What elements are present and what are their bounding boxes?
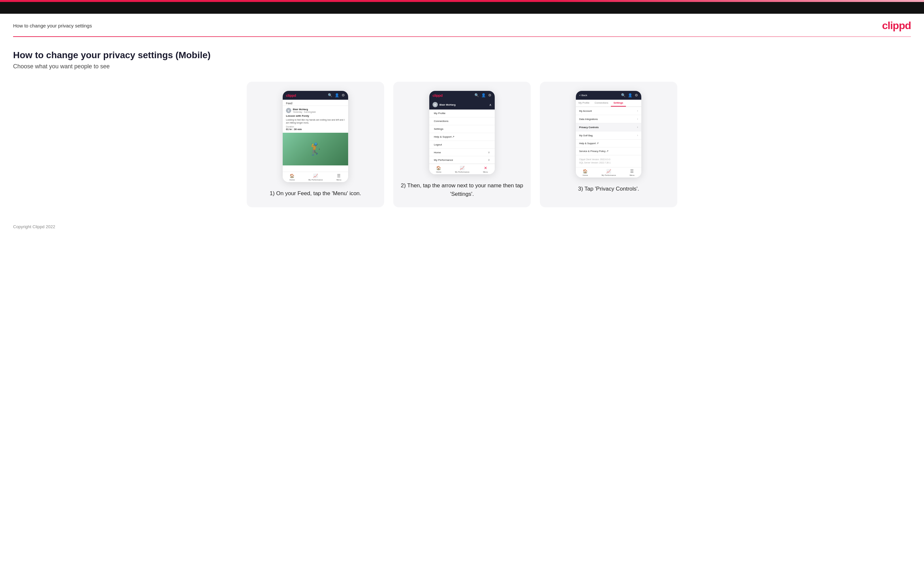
feed-post: B Blair McHarg Yesterday · Sunningdale L… [283, 106, 348, 133]
lesson-desc: Looking to feel like my hands are exitin… [286, 118, 345, 124]
user-icon-3: 👤 [628, 93, 632, 97]
feed-tab: Feed [283, 100, 348, 106]
my-account-chevron-icon: › [637, 109, 638, 113]
bottom-nav-3-home: 🏠 Home [583, 169, 588, 176]
logo: clippd [882, 19, 911, 32]
menu-user-name: Blair McHarg [439, 103, 456, 106]
menu-user-row: B Blair McHarg ∧ [429, 100, 495, 110]
main-content: How to change your privacy settings (Mob… [0, 37, 924, 217]
performance-label-3: My Performance [601, 174, 616, 176]
steps-container: clippd 🔍 👤 ⚙ Feed B Blair McHarg [13, 82, 911, 207]
menu-section-performance: My Performance ∨ [429, 156, 495, 164]
home-icon-2: 🏠 [436, 166, 441, 170]
post-user-sub: Yesterday · Sunningdale [293, 111, 316, 113]
phone-mockup-2: clippd 🔍 👤 ⚙ B Blair McHarg ∧ [429, 91, 495, 174]
performance-label: My Performance [308, 179, 323, 181]
close-icon: ✕ [484, 166, 487, 170]
home-chevron-icon: ∨ [488, 151, 490, 154]
menu-section-home: Home ∨ [429, 149, 495, 156]
performance-section-label: My Performance [434, 158, 453, 161]
phone-2-logo: clippd [433, 93, 443, 97]
my-golf-bag-chevron-icon: › [637, 134, 638, 137]
menu-icon: ☰ [337, 174, 341, 178]
avatar: B [286, 108, 291, 113]
header: How to change your privacy settings clip… [0, 14, 924, 36]
settings-item-privacy-controls: Privacy Controls › [576, 123, 641, 131]
page-heading: How to change your privacy settings (Mob… [13, 50, 911, 60]
menu-label-2: Menu [483, 171, 488, 173]
top-bar [0, 2, 924, 14]
home-icon-3: 🏠 [583, 169, 588, 174]
lesson-title: Lesson with Fordy [286, 114, 345, 118]
settings-tabs: My Profile Connections Settings [576, 100, 641, 107]
duration-value: 01 hr : 30 min [286, 128, 345, 131]
phone-2-navbar: clippd 🔍 👤 ⚙ [429, 91, 495, 100]
bottom-nav-2-home: 🏠 Home [436, 166, 441, 173]
settings-list: My Account › Data Integrations › Privacy… [576, 107, 641, 155]
step-1-card: clippd 🔍 👤 ⚙ Feed B Blair McHarg [247, 82, 384, 207]
version-line-2: GQL Server Version: 2022.7.30-1 [579, 161, 638, 164]
menu-item-settings: Settings [429, 125, 495, 133]
search-icon-3: 🔍 [621, 93, 625, 97]
settings-item-service-privacy: Service & Privacy Policy ↗ [576, 147, 641, 155]
footer: Copyright Clippd 2022 [0, 217, 924, 239]
settings-item-my-account: My Account › [576, 107, 641, 115]
menu-user-left: B Blair McHarg [433, 102, 456, 107]
menu-items-list: My Profile Connections Settings Help & S… [429, 110, 495, 164]
phone-1-nav-icons: 🔍 👤 ⚙ [328, 93, 345, 97]
duration-label: Duration [286, 126, 345, 128]
version-line-1: Clippd Client Version: 2022.8.3-3 [579, 158, 638, 161]
bottom-nav-menu: ☰ Menu [336, 174, 341, 181]
feed-user: B Blair McHarg Yesterday · Sunningdale [286, 108, 345, 113]
settings-version: Clippd Client Version: 2022.8.3-3 GQL Se… [576, 155, 641, 167]
bottom-nav-performance: 📈 My Performance [308, 174, 323, 181]
phone-2-menu-overlay: B Blair McHarg ∧ My Profile Connections … [429, 100, 495, 164]
bottom-nav-2-performance: 📈 My Performance [455, 166, 469, 173]
data-integrations-chevron-icon: › [637, 118, 638, 121]
step-3-card: < Back 🔍 👤 ⚙ My Profile Connections Sett… [540, 82, 677, 207]
menu-item-connections: Connections [429, 118, 495, 125]
user-icon-2: 👤 [481, 93, 486, 97]
phone-2-nav-icons: 🔍 👤 ⚙ [475, 93, 491, 97]
menu-item-my-profile: My Profile [429, 110, 495, 118]
phone-2-bottom-nav: 🏠 Home 📈 My Performance ✕ Menu [429, 164, 495, 174]
step-2-card: clippd 🔍 👤 ⚙ B Blair McHarg ∧ [393, 82, 531, 207]
menu-label: Menu [336, 179, 341, 181]
phone-mockup-3: < Back 🔍 👤 ⚙ My Profile Connections Sett… [576, 91, 641, 177]
menu-icon-3: ☰ [630, 169, 634, 174]
tab-my-profile: My Profile [576, 100, 592, 106]
privacy-controls-chevron-icon: › [637, 126, 638, 129]
menu-up-chevron-icon: ∧ [489, 103, 491, 106]
menu-item-help-support: Help & Support ↗ [429, 133, 495, 141]
home-label-3: Home [583, 174, 588, 176]
settings-icon: ⚙ [342, 93, 345, 97]
my-account-label: My Account [579, 110, 592, 113]
phone-mockup-1: clippd 🔍 👤 ⚙ Feed B Blair McHarg [283, 91, 348, 182]
phone-1-bottom-nav: 🏠 Home 📈 My Performance ☰ Menu [283, 172, 348, 182]
my-golf-bag-label: My Golf Bag [579, 134, 593, 137]
settings-back-row: < Back 🔍 👤 ⚙ [576, 91, 641, 100]
user-icon: 👤 [335, 93, 339, 97]
privacy-controls-label: Privacy Controls [579, 126, 599, 129]
performance-chevron-icon: ∨ [488, 158, 490, 161]
post-user-name: Blair McHarg [293, 108, 316, 111]
performance-icon: 📈 [313, 174, 318, 178]
performance-icon-2: 📈 [460, 166, 465, 170]
home-section-label: Home [434, 151, 441, 154]
phone-3-nav-icons: 🔍 👤 ⚙ [621, 93, 638, 97]
settings-icon-2: ⚙ [488, 93, 491, 97]
search-icon-2: 🔍 [475, 93, 479, 97]
header-title: How to change your privacy settings [13, 23, 92, 29]
data-integrations-label: Data Integrations [579, 118, 598, 121]
home-label-2: Home [436, 171, 441, 173]
bottom-nav-3-performance: 📈 My Performance [601, 169, 616, 176]
footer-copyright: Copyright Clippd 2022 [13, 224, 55, 229]
tab-connections: Connections [592, 100, 611, 106]
performance-icon-3: 📈 [606, 169, 611, 174]
home-label: Home [289, 179, 295, 181]
golf-figure-icon: 🏌️ [308, 142, 323, 156]
settings-item-data-integrations: Data Integrations › [576, 115, 641, 123]
service-privacy-label: Service & Privacy Policy ↗ [579, 150, 609, 153]
step-1-caption: 1) On your Feed, tap the 'Menu' icon. [270, 189, 361, 198]
step-3-caption: 3) Tap 'Privacy Controls'. [578, 185, 639, 193]
